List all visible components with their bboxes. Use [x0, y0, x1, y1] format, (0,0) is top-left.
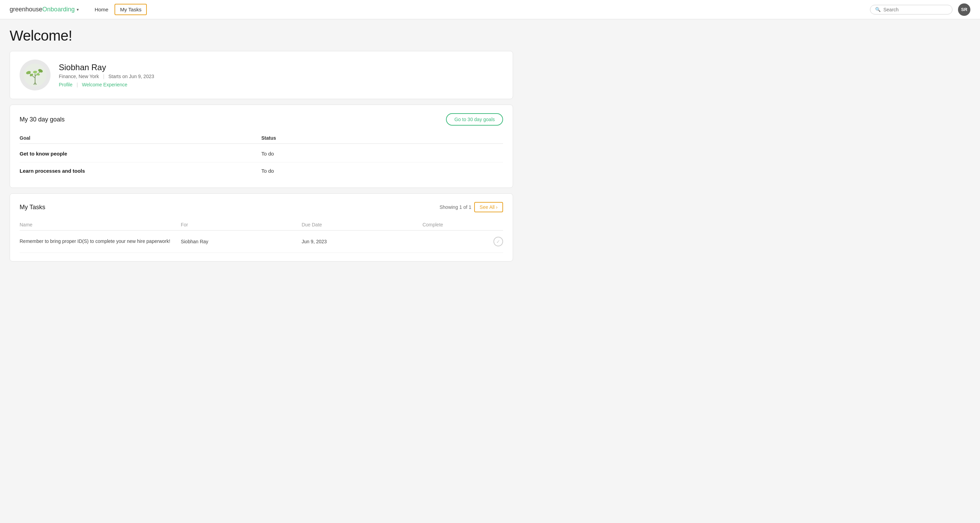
profile-meta: Finance, New York | Starts on Jun 9, 202…: [59, 73, 154, 79]
nav-my-tasks[interactable]: My Tasks: [115, 4, 147, 15]
table-row: Learn processes and tools To do: [20, 163, 503, 179]
goals-table-header: Goal Status: [20, 132, 503, 144]
goals-title: My 30 day goals: [20, 116, 65, 123]
profile-links: Profile | Welcome Experience: [59, 82, 154, 88]
navbar: greenhouse Onboarding ▾ Home My Tasks 🔍 …: [0, 0, 980, 19]
profile-card: Siobhan Ray Finance, New York | Starts o…: [10, 51, 513, 99]
page-title: Welcome!: [10, 27, 513, 44]
nav-links: Home My Tasks: [90, 4, 870, 15]
nav-right: 🔍 SR: [870, 3, 970, 16]
go-to-30-day-goals-button[interactable]: Go to 30 day goals: [446, 113, 503, 126]
tasks-table-header: Name For Due Date Complete: [20, 219, 503, 231]
task-for-1: Siobhan Ray: [181, 239, 302, 244]
logo-greenhouse: greenhouse: [10, 6, 42, 13]
search-box[interactable]: 🔍: [870, 5, 953, 14]
goals-col-status: Status: [261, 135, 503, 141]
profile-info: Siobhan Ray Finance, New York | Starts o…: [59, 63, 154, 88]
table-row: Get to know people To do: [20, 145, 503, 163]
goals-card: My 30 day goals Go to 30 day goals Goal …: [10, 105, 513, 188]
welcome-experience-link[interactable]: Welcome Experience: [82, 82, 127, 88]
profile-name: Siobhan Ray: [59, 63, 154, 72]
tasks-card: My Tasks Showing 1 of 1 See All › Name F…: [10, 193, 513, 262]
chevron-down-icon[interactable]: ▾: [77, 7, 79, 12]
goal-name-1: Get to know people: [20, 151, 261, 156]
goal-name-2: Learn processes and tools: [20, 168, 261, 174]
task-name-1: Remember to bring proper ID(S) to comple…: [20, 238, 181, 245]
avatar: [20, 59, 51, 91]
tasks-header: My Tasks Showing 1 of 1 See All ›: [20, 202, 503, 212]
tasks-col-due-date: Due Date: [302, 222, 423, 228]
search-input[interactable]: [883, 7, 947, 13]
tasks-showing-count: Showing 1 of 1: [439, 204, 471, 210]
see-all-button[interactable]: See All ›: [474, 202, 503, 212]
user-avatar[interactable]: SR: [958, 3, 970, 16]
logo[interactable]: greenhouse Onboarding ▾: [10, 6, 79, 13]
goals-header: My 30 day goals Go to 30 day goals: [20, 113, 503, 126]
tasks-col-complete: Complete: [423, 222, 503, 228]
tasks-col-name: Name: [20, 222, 181, 228]
task-due-1: Jun 9, 2023: [302, 239, 423, 244]
task-complete-1: ✓: [423, 237, 503, 246]
tasks-right: Showing 1 of 1 See All ›: [439, 202, 503, 212]
goal-status-1: To do: [261, 151, 503, 156]
nav-home[interactable]: Home: [90, 5, 113, 14]
profile-department: Finance: [59, 73, 76, 79]
logo-onboarding: Onboarding: [42, 6, 75, 13]
profile-location: New York: [79, 73, 99, 79]
complete-checkbox-1[interactable]: ✓: [493, 237, 503, 246]
goal-status-2: To do: [261, 168, 503, 174]
search-icon: 🔍: [875, 7, 881, 12]
main-content: Welcome!: [0, 19, 523, 275]
tasks-col-for: For: [181, 222, 302, 228]
tasks-title: My Tasks: [20, 204, 45, 211]
goals-col-goal: Goal: [20, 135, 261, 141]
profile-link[interactable]: Profile: [59, 82, 73, 88]
meta-divider: |: [103, 73, 105, 79]
link-divider: |: [77, 82, 78, 88]
profile-starts: Starts on Jun 9, 2023: [108, 73, 154, 79]
table-row: Remember to bring proper ID(S) to comple…: [20, 231, 503, 253]
